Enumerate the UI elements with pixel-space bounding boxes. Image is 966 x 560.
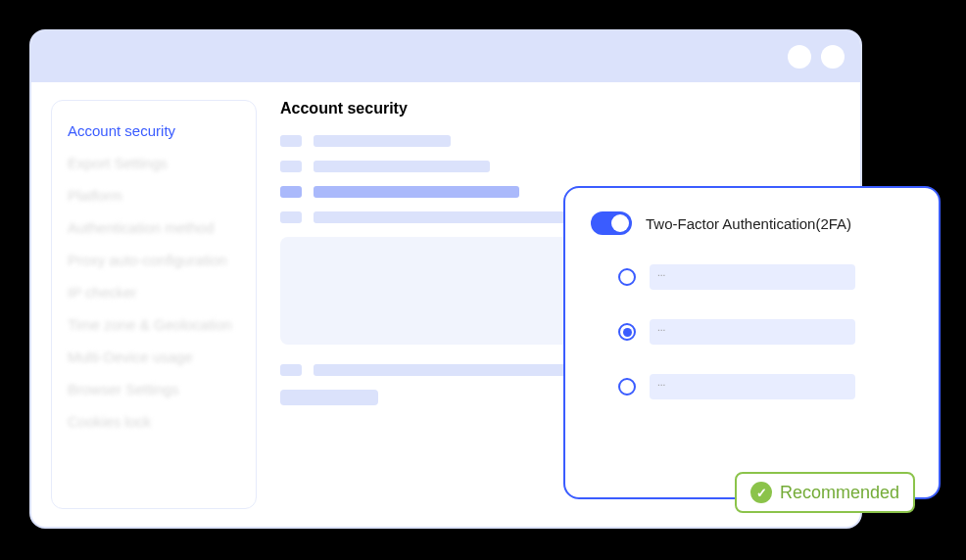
popup-header: Two-Factor Authentication(2FA) (591, 211, 913, 235)
skeleton-row (280, 135, 841, 147)
recommended-text: Recommended (780, 483, 899, 503)
window-control-dot[interactable] (788, 45, 811, 69)
sidebar-item-browser-settings[interactable]: Browser Settings (68, 373, 240, 405)
radio-icon[interactable] (618, 323, 636, 341)
radio-icon[interactable] (618, 268, 636, 286)
skeleton-block (280, 237, 574, 345)
option-label: ... (650, 374, 855, 399)
recommended-badge: ✓ Recommended (735, 472, 915, 513)
page-title: Account security (280, 100, 841, 117)
sidebar-item-export-settings[interactable]: Export Settings (68, 147, 240, 179)
sidebar: Account security Export Settings Platfor… (51, 100, 257, 509)
option-label: ... (650, 264, 855, 290)
skeleton-row (280, 161, 841, 172)
titlebar (31, 31, 860, 82)
two-factor-option[interactable]: ... (591, 264, 913, 290)
sidebar-item-multi-device[interactable]: Multi-Device usage (68, 341, 240, 373)
sidebar-item-platform[interactable]: Platform (68, 179, 240, 211)
sidebar-item-timezone-geo[interactable]: Time zone & Geolocation (68, 308, 240, 341)
window-control-dot[interactable] (821, 45, 845, 69)
toggle-knob (611, 214, 629, 232)
sidebar-item-account-security[interactable]: Account security (68, 115, 240, 147)
two-factor-toggle[interactable] (591, 211, 632, 235)
skeleton-pill (280, 390, 378, 405)
option-label: ... (650, 319, 855, 345)
radio-icon[interactable] (618, 378, 636, 396)
two-factor-popup: Two-Factor Authentication(2FA) ... ... .… (563, 186, 941, 499)
popup-title: Two-Factor Authentication(2FA) (646, 215, 851, 232)
sidebar-item-proxy-auto-config[interactable]: Proxy auto-configuration (68, 244, 240, 276)
sidebar-item-ip-checker[interactable]: IP checker (68, 276, 240, 308)
two-factor-option[interactable]: ... (591, 319, 913, 345)
sidebar-item-authentication-method[interactable]: Authentication method (68, 211, 240, 244)
check-circle-icon: ✓ (750, 482, 772, 503)
sidebar-item-cookies-lock[interactable]: Cookies lock (68, 405, 240, 438)
two-factor-option[interactable]: ... (591, 374, 913, 399)
